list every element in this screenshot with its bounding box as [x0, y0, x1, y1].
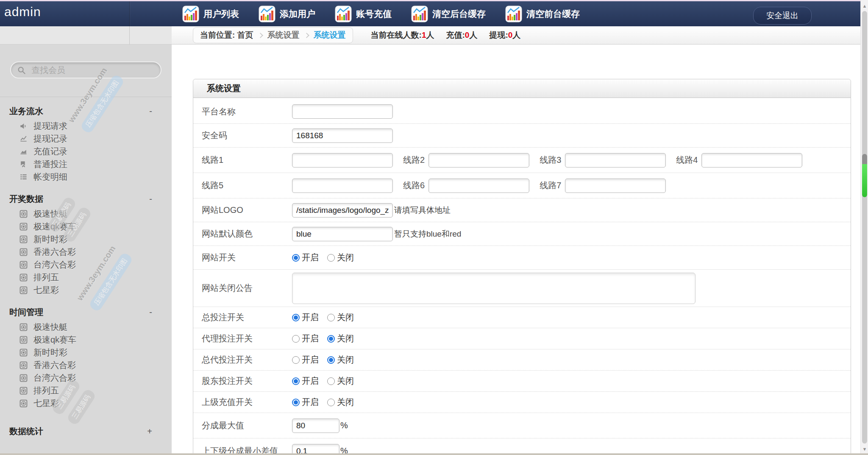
line4-input[interactable]: [701, 153, 802, 167]
line7-input[interactable]: [565, 179, 666, 193]
radio-on-label[interactable]: 开启: [302, 396, 319, 408]
scroll-down-arrow[interactable]: ▼: [861, 447, 868, 452]
stat-value: 0: [508, 31, 513, 40]
sidebar-item-speed-qk-racing[interactable]: 极速qk赛车: [0, 333, 172, 346]
list-icon: [19, 173, 28, 181]
sidebar-item-new-ssc[interactable]: 新时时彩: [0, 346, 172, 359]
sidebar-item-label: 七星彩: [33, 285, 59, 296]
sidebar-item-pailie5[interactable]: 排列五: [0, 271, 172, 284]
radio-on-label[interactable]: 开启: [302, 375, 319, 387]
sidebar-item-qixingcai[interactable]: 七星彩: [0, 397, 172, 410]
radio-on[interactable]: [292, 335, 300, 343]
radio-on[interactable]: [292, 356, 300, 364]
scroll-up-arrow[interactable]: ▲: [861, 3, 868, 8]
collapse-icon: -: [149, 307, 152, 317]
line2-input[interactable]: [428, 153, 529, 167]
search-input[interactable]: [31, 62, 159, 78]
radio-on-label[interactable]: 开启: [302, 252, 319, 263]
sidebar-item-label: 台湾六合彩: [33, 372, 76, 384]
nav-add-user[interactable]: 添加用户: [259, 6, 315, 22]
main-content: 系统设置 平台名称 安全码 线路1 线路2 线路3 线路4 线路5 线路6 线路…: [172, 45, 860, 455]
sidebar-item-account-change-detail[interactable]: 帐变明细: [0, 170, 172, 183]
sidebar-item-new-ssc[interactable]: 新时时彩: [0, 233, 172, 246]
panel-title: 系统设置: [207, 83, 241, 94]
site-logo-input[interactable]: [292, 203, 393, 218]
scrollbar-thumb[interactable]: [862, 154, 867, 197]
radio-off-label[interactable]: 关闭: [337, 396, 354, 408]
radio-on[interactable]: [292, 377, 300, 385]
radio-off[interactable]: [327, 377, 335, 385]
radio-on-label[interactable]: 开启: [302, 354, 319, 366]
sidebar-item-label: 新时时彩: [33, 347, 67, 358]
nav-clear-frontend-cache[interactable]: 清空前台缓存: [505, 6, 580, 22]
sidebar-item-tw-lhc[interactable]: 台湾六合彩: [0, 371, 172, 384]
close-notice-textarea[interactable]: [292, 273, 696, 304]
radio-off[interactable]: [327, 399, 335, 406]
sidebar-item-speed-boat[interactable]: 极速快艇: [0, 321, 172, 333]
nav-account-recharge[interactable]: 账号充值: [335, 6, 392, 22]
chart-icon: [182, 6, 199, 22]
platform-name-input[interactable]: [292, 104, 393, 119]
topbar-divider: [129, 1, 130, 26]
sidebar-item-tw-lhc[interactable]: 台湾六合彩: [0, 258, 172, 271]
radio-off[interactable]: [327, 254, 335, 262]
sidebar-item-speed-boat[interactable]: 极速快艇: [0, 207, 172, 220]
section-header[interactable]: 业务流水 -: [0, 102, 172, 120]
stat-suffix: 人: [512, 30, 520, 41]
line1-input[interactable]: [292, 153, 393, 167]
line6-input[interactable]: [428, 179, 529, 193]
breadcrumb-prefix[interactable]: 当前位置: 首页: [200, 30, 253, 41]
breadcrumb-item[interactable]: 系统设置: [267, 30, 300, 41]
search-icon: [17, 66, 26, 75]
radio-off-label[interactable]: 关闭: [337, 354, 354, 366]
field-hint: 请填写具体地址: [394, 205, 451, 216]
sidebar-item-normal-bet[interactable]: 普通投注: [0, 158, 172, 170]
nav-clear-backend-cache[interactable]: 清空后台缓存: [411, 6, 486, 22]
sidebar-item-withdraw-request[interactable]: 提现请求: [0, 120, 172, 132]
radio-off-label[interactable]: 关闭: [337, 333, 354, 344]
radio-off[interactable]: [327, 314, 335, 321]
target-icon: [19, 361, 28, 369]
radio-off[interactable]: [327, 356, 335, 364]
sidebar-item-speed-qk-racing[interactable]: 极速qk赛车: [0, 220, 172, 233]
field-label: 线路6: [403, 180, 425, 191]
radio-on[interactable]: [292, 314, 300, 321]
default-color-input[interactable]: [292, 227, 393, 241]
field-label: 总代投注开关: [202, 354, 292, 366]
radio-off-label[interactable]: 关闭: [337, 375, 354, 387]
radio-off[interactable]: [327, 335, 335, 343]
radio-on[interactable]: [292, 399, 300, 406]
field-hint: 暂只支持blue和red: [394, 229, 461, 240]
sidebar-item-recharge-record[interactable]: 充值记录: [0, 145, 172, 158]
sidebar-item-hk-lhc[interactable]: 香港六合彩: [0, 359, 172, 371]
section-header[interactable]: 数据统计 +: [0, 422, 172, 440]
line3-input[interactable]: [565, 153, 666, 167]
target-icon: [19, 349, 28, 357]
form-row-upper-recharge-switch: 上级充值开关 开启 关闭: [193, 391, 851, 413]
max-share-input[interactable]: [292, 419, 339, 433]
sidebar-item-label: 香港六合彩: [33, 246, 76, 258]
sidebar-item-hk-lhc[interactable]: 香港六合彩: [0, 246, 172, 258]
logout-button[interactable]: 安全退出: [753, 7, 812, 25]
line5-input[interactable]: [292, 179, 393, 193]
nav-label: 用户列表: [203, 8, 239, 20]
radio-off-label[interactable]: 关闭: [337, 252, 354, 263]
field-label: 线路4: [676, 154, 698, 166]
sidebar-item-label: 帐变明细: [33, 171, 67, 183]
radio-off-label[interactable]: 关闭: [337, 312, 354, 323]
security-code-input[interactable]: [292, 128, 393, 143]
section-header[interactable]: 开奖数据 -: [0, 190, 172, 207]
field-label: 网站开关: [202, 252, 292, 263]
percent-unit: %: [340, 421, 348, 430]
sidebar-section-lottery-data: 开奖数据 - 极速快艇 极速qk赛车 新时时彩 香港六合彩 台湾六合彩 排列五: [0, 190, 172, 296]
sidebar-item-pailie5[interactable]: 排列五: [0, 384, 172, 397]
scrollbar-track[interactable]: [862, 11, 867, 444]
breadcrumb-bar: 当前位置: 首页 系统设置 系统设置 当前在线人数: 1 人 充值: 0 人 提…: [172, 26, 860, 45]
nav-user-list[interactable]: 用户列表: [182, 6, 239, 22]
radio-on[interactable]: [292, 254, 300, 262]
section-header[interactable]: 时间管理 -: [0, 303, 172, 321]
radio-on-label[interactable]: 开启: [302, 333, 319, 344]
sidebar-item-withdraw-record[interactable]: 提现记录: [0, 132, 172, 145]
sidebar-item-qixingcai[interactable]: 七星彩: [0, 284, 172, 296]
radio-on-label[interactable]: 开启: [302, 312, 319, 323]
